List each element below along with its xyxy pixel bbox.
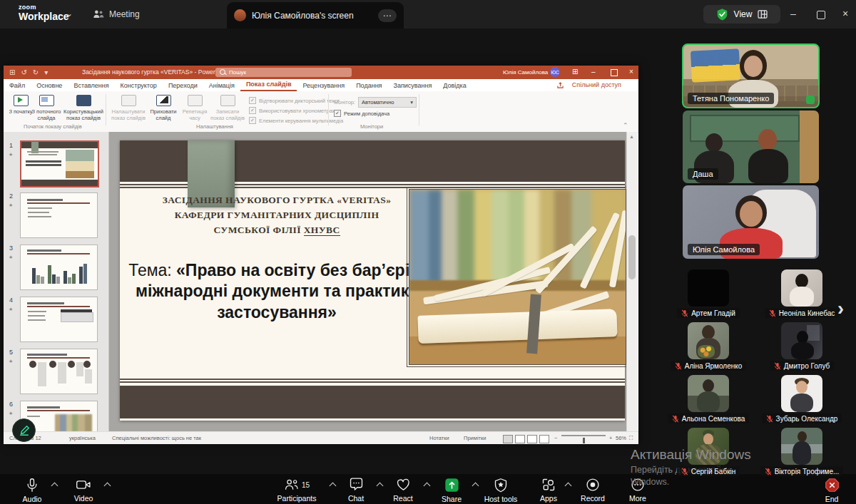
redo-icon[interactable]: ↻ <box>33 68 39 76</box>
slide-sorter-view-icon[interactable] <box>515 435 525 443</box>
save-icon[interactable]: ⊞ <box>9 68 15 76</box>
share-arrow-icon <box>557 82 564 88</box>
audio-button[interactable]: Audio <box>6 478 58 503</box>
muted-mic-icon <box>681 309 688 317</box>
custom-show-icon <box>76 95 91 106</box>
ppt-share-label: Спільний доступ <box>566 81 627 88</box>
animation-star-icon: ★ <box>9 152 13 158</box>
gallery-participant[interactable]: Дмитро Голуб <box>755 322 848 371</box>
video-tile-featured-3[interactable]: Юлія Самойлова <box>683 185 819 259</box>
participants-button[interactable]: 15 Participants <box>266 478 327 503</box>
collapse-ribbon-icon[interactable]: ⌃ <box>623 122 628 129</box>
workplace-chevron-icon[interactable]: ⌄ <box>66 9 73 19</box>
slide-thumbnail-4[interactable] <box>20 297 98 342</box>
view-button[interactable]: View <box>703 5 780 24</box>
zoom-in-icon[interactable]: + <box>609 435 612 441</box>
zoom-out-icon[interactable]: − <box>554 435 557 441</box>
hide-slide-button[interactable]: Приховати слайд <box>148 95 179 121</box>
video-tile-featured-2[interactable]: Даша <box>683 110 819 183</box>
scroll-up-icon[interactable]: ▲ <box>629 134 634 139</box>
slide-thumbnail-3[interactable] <box>20 245 98 290</box>
zoom-percentage[interactable]: 56% <box>616 435 626 441</box>
slide-thumbnail-2[interactable] <box>20 192 98 238</box>
use-timings-checkbox[interactable]: ✓ Використовувати хронометраж <box>249 107 336 114</box>
ppt-quick-access-toolbar[interactable]: ⊞ ↺ ↻ ▾ <box>9 68 48 76</box>
normal-view-icon[interactable] <box>503 435 513 443</box>
ppt-search-box[interactable]: Пошук <box>215 68 352 77</box>
play-narrations-checkbox[interactable]: ✓ Відтворювати дикторський текст <box>249 97 340 104</box>
setup-show-button[interactable]: Налаштувати показ слайдів <box>111 95 146 121</box>
gallery-participant[interactable]: Артем Гладій <box>662 269 755 318</box>
gallery-participant[interactable]: Неоніла Кинебас <box>755 269 848 318</box>
react-button[interactable]: React <box>377 478 429 503</box>
qat-dropdown-icon[interactable]: ▾ <box>44 68 48 76</box>
zoom-slider[interactable] <box>561 435 606 436</box>
zoom-slider-knob[interactable] <box>583 438 585 443</box>
comments-button[interactable]: Примітки <box>464 435 486 441</box>
gallery-next-page-icon[interactable]: › <box>837 298 844 320</box>
host-tools-button[interactable]: Host tools <box>474 478 527 503</box>
tab-meeting[interactable]: Meeting <box>93 6 140 23</box>
record-show-button[interactable]: Записати показ слайдів <box>209 95 246 121</box>
video-tile <box>781 322 822 359</box>
video-tile-featured-1[interactable]: Тетяна Пономаренко <box>683 44 819 108</box>
screen-tab-more-icon[interactable]: ⋯ <box>378 9 397 22</box>
monitor-label: Монітор: <box>334 99 355 106</box>
ppt-ribbon-display-icon[interactable]: ⊞ <box>572 68 578 76</box>
slide-canvas: ЗАСІДАННЯ НАУКОВОГО ГУРТКА «VERITAS» КАФ… <box>109 132 626 431</box>
chat-button[interactable]: Chat <box>330 478 382 503</box>
rehearse-timings-button[interactable]: Репетиція часу <box>179 95 210 121</box>
notes-button[interactable]: Нотатки <box>429 435 449 441</box>
menu-insert[interactable]: Вставлення <box>68 82 114 89</box>
window-maximize-button[interactable] <box>817 11 825 19</box>
end-meeting-button[interactable]: End <box>805 478 856 503</box>
annotation-pencil-button[interactable] <box>12 418 36 442</box>
gallery-participant[interactable]: Зубарь Олександр <box>755 375 848 423</box>
gallery-participant[interactable]: Аліна Ярмоленко <box>662 322 755 371</box>
from-current-slide-button[interactable]: З поточного слайда <box>31 95 62 121</box>
fit-to-window-icon[interactable]: ⛶ <box>629 435 638 442</box>
ppt-ribbon: З початку З поточного слайда Користуваць… <box>4 91 638 133</box>
scrollbar-thumb[interactable] <box>628 235 636 279</box>
menu-recording[interactable]: Записування <box>387 82 437 89</box>
presenter-view-checkbox[interactable]: ✓ Режим доповідача <box>334 110 389 117</box>
slide-bottom-band <box>120 386 625 418</box>
share-button[interactable]: Share <box>425 478 478 503</box>
menu-design[interactable]: Конструктор <box>115 82 163 89</box>
gallery-participant[interactable]: Вікторія Трофиме... <box>755 428 848 476</box>
gallery-participant[interactable]: Альона Семенкова <box>662 375 755 423</box>
custom-show-button[interactable]: Користувацький показ слайдів <box>63 95 103 121</box>
slide-thumbnail-1[interactable] <box>20 140 99 187</box>
menu-home[interactable]: Основне <box>31 82 68 89</box>
menu-slideshow-active[interactable]: Показ слайдів <box>240 79 297 91</box>
menu-transitions[interactable]: Переходи <box>163 82 203 89</box>
menu-review[interactable]: Рецензування <box>297 82 350 89</box>
tab-shared-screen[interactable]: Юлія Самойлова's screen ⋯ <box>227 2 404 29</box>
undo-icon[interactable]: ↺ <box>21 68 26 76</box>
video-button[interactable]: Video <box>57 478 110 503</box>
ppt-account-name[interactable]: Юлія Самойлова <box>503 69 548 76</box>
slideshow-view-icon[interactable] <box>539 435 549 443</box>
reading-view-icon[interactable] <box>527 435 537 443</box>
ppt-close-button[interactable]: × <box>629 68 633 76</box>
window-close-button[interactable]: × <box>842 8 848 19</box>
ppt-minimize-button[interactable]: – <box>591 68 596 76</box>
ppt-account-avatar[interactable]: ЮС <box>550 67 560 77</box>
media-controls-checkbox[interactable]: ✓ Елементи керування мультимедіа <box>249 117 343 124</box>
menu-file[interactable]: Файл <box>4 82 31 89</box>
participants-count: 15 <box>302 481 310 489</box>
ppt-share-button[interactable]: Спільний доступ <box>551 81 633 88</box>
monitor-select[interactable]: Автоматично ▾ <box>358 97 417 108</box>
menu-view[interactable]: Подання <box>350 82 387 89</box>
language-indicator[interactable]: українська <box>69 435 96 441</box>
animation-star-icon: ★ <box>9 202 13 208</box>
slide-thumbnail-5[interactable] <box>20 349 98 394</box>
thumb-number: 6 <box>9 401 13 408</box>
current-slide[interactable]: ЗАСІДАННЯ НАУКОВОГО ГУРТКА «VERITAS» КАФ… <box>120 140 625 421</box>
window-minimize-button[interactable]: – <box>790 8 796 19</box>
menu-help[interactable]: Довідка <box>437 82 472 89</box>
ppt-maximize-button[interactable] <box>611 69 618 76</box>
accessibility-status[interactable]: Спеціальні можливості: щось не так <box>112 435 201 441</box>
slide-scrollbar[interactable]: ▲ <box>626 132 638 431</box>
menu-animations[interactable]: Анімація <box>203 82 240 89</box>
